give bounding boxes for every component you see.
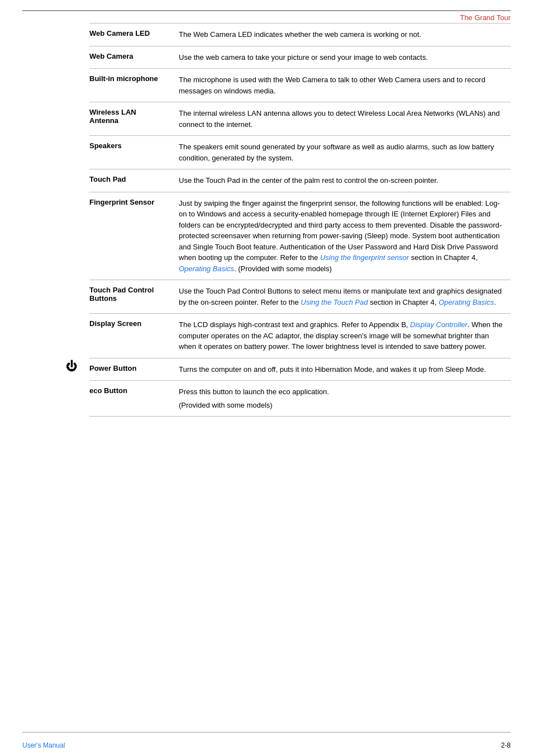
desc-cell: Turns the computer on and off, puts it i… xyxy=(179,358,511,381)
page-container: The Grand Tour Web Camera LED The Web Ca… xyxy=(0,10,533,756)
table-row: eco Button Press this button to launch t… xyxy=(89,381,511,417)
term-cell: Web Camera LED xyxy=(89,23,179,46)
main-table: Web Camera LED The Web Camera LED indica… xyxy=(89,23,511,417)
desc-text: The microphone is used with the Web Came… xyxy=(179,75,486,95)
desc-text: The LCD displays high-contrast text and … xyxy=(179,320,410,329)
power-icon: ⏻ xyxy=(66,360,77,372)
term-label: Touch Pad ControlButtons xyxy=(89,286,154,303)
desc-text: The speakers emit sound generated by you… xyxy=(179,143,494,162)
desc-text: Use the Touch Pad in the center of the p… xyxy=(179,176,438,185)
touch-pad-link[interactable]: Using the Touch Pad xyxy=(301,298,368,306)
desc-cell: The LCD displays high-contrast text and … xyxy=(179,314,511,358)
header-title: The Grand Tour xyxy=(460,13,511,22)
desc-text: Use the web camera to take your picture … xyxy=(179,53,428,62)
footer-area: User's Manual 2-8 xyxy=(22,741,511,749)
term-label: Power Button xyxy=(89,364,137,372)
term-cell: Touch Pad ControlButtons xyxy=(89,280,179,314)
display-controller-link[interactable]: Display Controller xyxy=(410,320,468,329)
footer-line xyxy=(22,732,511,733)
term-cell: Fingerprint Sensor xyxy=(89,192,179,280)
desc-cell: The internal wireless LAN antenna allows… xyxy=(179,102,511,136)
term-cell: Display Screen xyxy=(89,314,179,358)
term-label: Display Screen xyxy=(89,319,141,328)
term-cell: Built-in microphone xyxy=(89,69,179,102)
desc-text: The Web Camera LED indicates whether the… xyxy=(179,30,421,39)
desc-text: The internal wireless LAN antenna allows… xyxy=(179,109,499,129)
desc-cell: Use the Touch Pad Control Buttons to sel… xyxy=(179,280,511,314)
term-cell: Wireless LANAntenna xyxy=(89,102,179,136)
desc-cell: Use the Touch Pad in the center of the p… xyxy=(179,169,511,192)
operating-basics-link-1[interactable]: Operating Basics xyxy=(179,264,234,273)
table-row: Fingerprint Sensor Just by swiping the f… xyxy=(89,192,511,280)
table-row: Speakers The speakers emit sound generat… xyxy=(89,136,511,169)
header-row: The Grand Tour xyxy=(0,11,533,23)
term-label: Built-in microphone xyxy=(89,74,158,83)
term-label: Web Camera xyxy=(89,52,134,60)
desc-text-cont: section in Chapter 4, xyxy=(409,253,478,262)
table-row: Web Camera LED The Web Camera LED indica… xyxy=(89,23,511,46)
term-cell: eco Button xyxy=(89,381,179,417)
term-label: Touch Pad xyxy=(89,175,126,183)
desc-cell: Press this button to launch the eco appl… xyxy=(179,381,511,417)
table-row: ⏻ Power Button Turns the computer on and… xyxy=(89,358,511,381)
desc-cell: The microphone is used with the Web Came… xyxy=(179,69,511,102)
term-cell: Touch Pad xyxy=(89,169,179,192)
term-cell: Speakers xyxy=(89,136,179,169)
desc-cell: The speakers emit sound generated by you… xyxy=(179,136,511,169)
term-cell: Web Camera xyxy=(89,46,179,69)
table-row: Touch Pad ControlButtons Use the Touch P… xyxy=(89,280,511,314)
content-area: Web Camera LED The Web Camera LED indica… xyxy=(89,23,511,417)
desc-text-cont: section in Chapter 4, xyxy=(368,298,438,306)
term-label: Fingerprint Sensor xyxy=(89,198,154,206)
table-row: Web Camera Use the web camera to take yo… xyxy=(89,46,511,69)
term-label: eco Button xyxy=(89,386,127,395)
operating-basics-link-2[interactable]: Operating Basics xyxy=(439,298,494,306)
term-label: Web Camera LED xyxy=(89,29,150,37)
term-label: Speakers xyxy=(89,141,122,150)
term-cell: ⏻ Power Button xyxy=(89,358,179,381)
desc-text: Just by swiping the finger against the f… xyxy=(179,199,502,262)
table-row: Display Screen The LCD displays high-con… xyxy=(89,314,511,358)
table-row: Touch Pad Use the Touch Pad in the cente… xyxy=(89,169,511,192)
desc-cell: The Web Camera LED indicates whether the… xyxy=(179,23,511,46)
fingerprint-link[interactable]: Using the fingerprint sensor xyxy=(320,253,409,262)
term-label: Wireless LANAntenna xyxy=(89,108,136,125)
desc-text: Press this button to launch the eco appl… xyxy=(179,388,329,396)
footer-left: User's Manual xyxy=(22,741,65,749)
eco-sub-text: (Provided with some models) xyxy=(179,400,506,411)
footer-right: 2-8 xyxy=(501,741,511,749)
desc-text-end: . (Provided with some models) xyxy=(234,264,332,273)
desc-text-end: . xyxy=(494,298,496,306)
table-row: Wireless LANAntenna The internal wireles… xyxy=(89,102,511,136)
desc-text: Turns the computer on and off, puts it i… xyxy=(179,365,486,374)
desc-cell: Use the web camera to take your picture … xyxy=(179,46,511,69)
desc-cell: Just by swiping the finger against the f… xyxy=(179,192,511,280)
table-row: Built-in microphone The microphone is us… xyxy=(89,69,511,102)
